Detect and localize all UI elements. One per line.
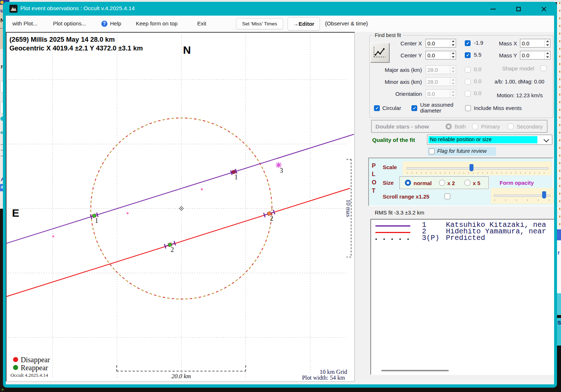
editor-button[interactable]: →Editor	[288, 17, 320, 30]
quality-combobox[interactable]: No reliable position or size	[427, 135, 552, 145]
size-label: Size	[383, 180, 394, 186]
background-fragment: S	[557, 319, 561, 326]
center-x-label: Center X	[371, 40, 422, 46]
major-axis-offset-checkbox	[465, 67, 471, 73]
menu-keep-form-on-top[interactable]: Keep form on top	[136, 20, 178, 26]
set-miss-times-button[interactable]: Set 'Miss' Times	[236, 18, 283, 29]
mass-x-up-button[interactable]	[545, 39, 550, 43]
background-dots-fragment	[559, 2, 560, 229]
double-stars-primary-label: Primary	[481, 123, 500, 130]
plot-letter-l: L	[372, 171, 375, 177]
double-stars-group: Double stars - show Both Primary Seconda…	[371, 120, 548, 133]
minor-axis-offset-checkbox	[465, 79, 471, 85]
shape-model-label: Shape model	[502, 65, 534, 72]
center-y-offset-checkbox[interactable]	[465, 52, 471, 58]
scale-slider-thumb[interactable]	[469, 164, 473, 171]
app-window: Plot event observations : Occult v.4.202…	[3, 2, 557, 388]
major-axis-label: Major axis (km)	[371, 67, 422, 73]
center-x-down-button[interactable]	[450, 43, 456, 47]
maximize-button[interactable]	[513, 5, 524, 13]
app-icon	[9, 5, 17, 13]
orientation-offset-value: 0.0	[474, 90, 481, 96]
observer-listbox[interactable]: 1 Katsuhiko Kitazaki, nea 2 Hidehito Yam…	[370, 219, 554, 375]
form-opacity-label: Form opacity	[500, 180, 534, 186]
svg-text:2: 2	[171, 246, 174, 253]
center-y-spinner[interactable]	[426, 51, 456, 60]
double-stars-label: Double stars - show	[375, 123, 429, 130]
scale-slider-ticks	[407, 172, 547, 174]
menu-plot-options[interactable]: Plot options...	[53, 20, 86, 26]
title-bar: Plot event observations : Occult v.4.202…	[3, 2, 557, 16]
mass-y-down-button[interactable]	[545, 55, 550, 59]
center-x-offset-value: -1.9	[474, 40, 483, 46]
motion-label: Motion: 12.23 km/s	[497, 92, 543, 98]
size-x2-label: x 2	[447, 180, 455, 186]
size-normal-label: normal	[414, 180, 432, 186]
size-x5-radio[interactable]	[464, 180, 471, 186]
double-stars-secondary-radio	[508, 123, 514, 130]
desktop-plant-fragment	[1, 389, 4, 391]
center-x-spinner[interactable]	[426, 39, 456, 48]
maximize-icon	[516, 7, 521, 11]
menu-with-plot[interactable]: with Plot...	[12, 20, 37, 26]
observer-2-line-swatch	[375, 232, 410, 233]
mass-y-up-button[interactable]	[545, 51, 550, 55]
desktop: u N F el A a r S Plot event ob	[0, 0, 561, 392]
major-axis-spinner	[426, 65, 456, 74]
flag-review-checkbox[interactable]	[429, 148, 435, 154]
form-opacity-slider-thumb[interactable]	[542, 191, 546, 199]
circular-checkbox[interactable]	[374, 105, 380, 111]
minor-axis-label: Minor axis (km)	[371, 79, 422, 85]
center-y-input[interactable]	[426, 51, 450, 59]
scale-slider-track[interactable]	[406, 167, 549, 170]
menu-exit[interactable]: Exit	[197, 20, 206, 26]
background-right-dark	[557, 346, 561, 392]
include-miss-events-checkbox[interactable]	[465, 105, 471, 111]
menu-help[interactable]: Help	[110, 20, 121, 26]
plot-version-label: Occult 4.2025.4.14	[11, 372, 48, 378]
observer-3-name: Predicted	[446, 235, 554, 241]
observer-3-num: 3(P)	[422, 235, 445, 241]
background-fragment: r	[558, 250, 560, 256]
scale-slider[interactable]	[403, 162, 552, 175]
mass-x-input[interactable]	[520, 39, 544, 47]
observer-time-label[interactable]: {Observer & time}	[325, 20, 368, 26]
minimize-button[interactable]	[488, 5, 499, 13]
svg-text:1: 1	[235, 173, 238, 181]
scalebar-label: 20.0 km	[171, 373, 191, 380]
orientation-offset-checkbox	[465, 91, 471, 97]
use-assumed-diameter-checkbox[interactable]	[411, 105, 417, 111]
center-x-up-button[interactable]	[450, 39, 456, 43]
mass-y-spinner[interactable]	[520, 51, 550, 60]
chevron-down-icon	[544, 137, 549, 143]
center-x-input[interactable]	[426, 39, 450, 47]
mass-y-input[interactable]	[520, 51, 544, 59]
mass-x-spinner[interactable]	[520, 39, 550, 48]
size-normal-radio[interactable]	[405, 180, 411, 186]
close-icon	[541, 7, 546, 12]
orientation-label: Orientation	[371, 91, 422, 97]
svg-text:2: 2	[270, 215, 273, 222]
mass-x-down-button[interactable]	[545, 43, 550, 47]
flag-review-container: Flag for future review	[428, 147, 496, 156]
center-y-down-button[interactable]	[450, 55, 456, 59]
rms-fit-label: RMS fit -3.3 ±3.2 km	[375, 209, 424, 216]
plot-box: 11223 (2659) Millis 2025 May 14 28.0 km …	[6, 32, 355, 381]
orientation-spinner	[426, 89, 456, 98]
close-button[interactable]	[538, 5, 549, 13]
mass-x-label: Mass X	[489, 40, 517, 46]
horizontal-scrollbar-thumb[interactable]	[381, 370, 449, 371]
quality-label: Quality of the fit	[372, 137, 415, 143]
observer-3-dotted-swatch	[375, 238, 410, 240]
help-icon[interactable]	[101, 21, 107, 27]
occultation-plot-canvas[interactable]: 11223 (2659) Millis 2025 May 14 28.0 km …	[7, 33, 354, 381]
center-x-offset-checkbox[interactable]	[465, 40, 471, 46]
center-y-up-button[interactable]	[450, 51, 456, 55]
mass-y-label: Mass Y	[489, 52, 517, 58]
form-opacity-slider[interactable]	[491, 188, 553, 204]
scroll-range-checkbox[interactable]	[444, 193, 450, 199]
size-x2-radio[interactable]	[439, 180, 445, 186]
background-right-white: r	[557, 240, 561, 293]
disappear-label: Disappear	[21, 356, 50, 364]
plot-letter-o: O	[372, 179, 376, 186]
